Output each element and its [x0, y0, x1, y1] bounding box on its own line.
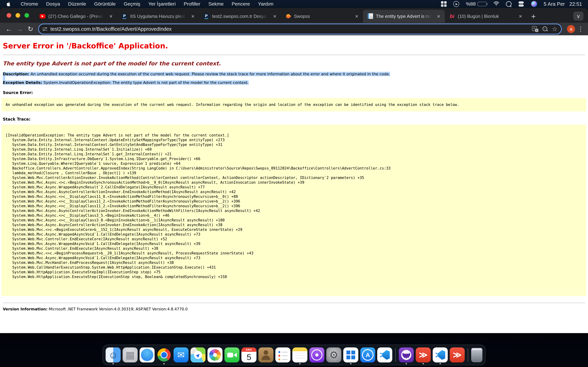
- error-subtitle: The entity type Advert is not part of th…: [3, 60, 585, 67]
- forward-button[interactable]: →: [15, 24, 25, 34]
- close-tab-icon[interactable]: ×: [354, 13, 360, 19]
- error-page: Server Error in '/Backoffice' Applicatio…: [0, 35, 588, 333]
- facetime-icon[interactable]: [225, 347, 240, 362]
- safari-icon[interactable]: [140, 347, 155, 362]
- close-window-button[interactable]: [7, 13, 11, 18]
- maximize-window-button[interactable]: [25, 13, 29, 18]
- omnibox[interactable]: test2.swopss.com.tr/Backoffice/Advert/Ap…: [38, 24, 562, 34]
- chrome-menu-icon[interactable]: ⋮: [577, 25, 584, 33]
- back-button[interactable]: ←: [4, 24, 14, 34]
- remote-desktop-icon[interactable]: [343, 347, 358, 362]
- spotlight-search-icon[interactable]: [506, 1, 511, 7]
- minimize-window-button[interactable]: [16, 13, 20, 18]
- version-info: Version Information: Microsoft .NET Fram…: [3, 307, 585, 311]
- dock-separator[interactable]: [395, 348, 396, 362]
- tab-plesk-files[interactable]: test2.swopss.com.tr Dosya Y ×: [199, 10, 281, 23]
- menu-item[interactable]: Pencere: [232, 1, 250, 7]
- close-tab-icon[interactable]: ×: [435, 13, 442, 19]
- stack-trace-line: System.Web.Mvc.Async.WrappedAsyncVoid`1.…: [6, 232, 583, 237]
- url-input[interactable]: test2.swopss.com.tr/Backoffice/Advert/Ap…: [50, 26, 529, 32]
- menu-item[interactable]: Yardım: [258, 1, 273, 7]
- stack-trace-line: System.Web.Mvc.<>c.<BeginProcessRequest>…: [6, 251, 583, 256]
- siri-icon[interactable]: [531, 1, 537, 7]
- podcasts-icon[interactable]: [309, 347, 324, 362]
- tab-plesk-iis[interactable]: IIS Uygulama Havuzu plesk(d ×: [117, 10, 199, 23]
- control-center-icon[interactable]: [518, 1, 525, 7]
- tab-search-button[interactable]: ∨: [573, 12, 583, 21]
- macos-menu-bar: ChromeDosyaDüzenleGörüntüleGeçmişYer İşa…: [0, 0, 588, 8]
- stack-trace-line: System.Web.Mvc.Async.WrappedAsyncResult`…: [6, 185, 583, 190]
- app-store-icon[interactable]: A: [360, 347, 375, 362]
- stack-trace-line: System.Web.Mvc.Async.<>c__DisplayClass11…: [6, 204, 583, 209]
- close-tab-icon[interactable]: ×: [108, 13, 114, 19]
- youtube-icon: [40, 14, 45, 18]
- trash-icon[interactable]: [471, 348, 483, 362]
- translate-icon[interactable]: [532, 26, 538, 32]
- menu-item[interactable]: Geçmiş: [124, 1, 140, 7]
- profile-avatar[interactable]: a: [567, 25, 575, 33]
- system-settings-icon[interactable]: ⚙: [326, 347, 341, 362]
- new-tab-button[interactable]: +: [528, 12, 538, 21]
- tab-title: (27) Cheo Gallego - (Preview: [48, 14, 105, 19]
- parallels-client-icon[interactable]: ≫: [416, 347, 431, 362]
- close-tab-icon[interactable]: ×: [517, 13, 524, 19]
- playback-menubar-icon[interactable]: ▶: [453, 1, 459, 7]
- plesk-icon: [203, 13, 209, 19]
- menu-item[interactable]: Profiller: [184, 1, 200, 7]
- notes-icon[interactable]: [293, 347, 307, 362]
- reminders-icon[interactable]: [276, 347, 291, 362]
- close-tab-icon[interactable]: ×: [190, 13, 196, 19]
- calendar-icon[interactable]: ARA 5: [242, 347, 257, 362]
- vscode-icon[interactable]: [377, 347, 392, 362]
- stack-trace-line: System.Data.Entity.Internal.Linq.Interna…: [6, 147, 583, 152]
- parallels-client-icon[interactable]: ≫: [450, 347, 465, 362]
- stack-trace-line: System.Web.Mvc.Async.<>c__DisplayClass3_…: [6, 213, 583, 218]
- apple-menu-icon[interactable]: [6, 1, 12, 7]
- stack-trace-line: System.Data.Entity.Infrastructure.DbQuer…: [6, 157, 583, 161]
- stack-trace-line: System.Web.Mvc.<>c.<BeginExecuteCore>b__…: [6, 227, 583, 232]
- tab-youtube[interactable]: (27) Cheo Gallego - (Preview ×: [35, 10, 117, 23]
- stack-trace-line: System.Web.CallHandlerExecutionStep.Syst…: [6, 265, 583, 270]
- desktop: ChromeDosyaDüzenleGörüntüleGeçmişYer İşa…: [0, 0, 588, 367]
- menu-item[interactable]: Chrome: [21, 1, 38, 7]
- bookmark-star-icon[interactable]: ☆: [552, 25, 558, 33]
- zoom-out-icon[interactable]: [543, 26, 548, 32]
- maps-icon[interactable]: ▶: [190, 347, 206, 362]
- tab-swopss[interactable]: Swopss ×: [281, 10, 363, 23]
- photos-icon[interactable]: [208, 347, 223, 362]
- grid-menubar-icon[interactable]: [441, 1, 447, 7]
- stack-trace-line: System.Web.Mvc.Controller.EndExecuteCore…: [6, 237, 583, 242]
- menu-item[interactable]: Dosya: [46, 1, 60, 7]
- stack-trace-line: System.Web.Mvc.Async.<>c__DisplayClass3_…: [6, 218, 583, 223]
- reload-button[interactable]: ↻: [26, 24, 35, 34]
- tab-error-page[interactable]: The entity type Advert is not ×: [363, 10, 445, 23]
- dock-separator[interactable]: [468, 348, 468, 362]
- github-desktop-icon[interactable]: [399, 347, 414, 362]
- menu-item[interactable]: Sekme: [208, 1, 224, 7]
- date-label: 5 Ara Per: [544, 1, 565, 7]
- launchpad-icon[interactable]: ▦: [123, 347, 138, 362]
- menu-item[interactable]: Düzenle: [68, 1, 86, 7]
- site-settings-icon[interactable]: [42, 26, 47, 32]
- tabs: (27) Cheo Gallego - (Preview × IIS Uygul…: [35, 8, 527, 23]
- battery-percent-label: %88: [466, 1, 476, 7]
- vscode-icon[interactable]: [433, 347, 448, 362]
- stack-trace-line: System.Data.Entity.Internal.Linq.Interna…: [6, 152, 583, 157]
- contacts-icon[interactable]: [259, 347, 274, 362]
- menu-item[interactable]: Yer İşaretleri: [148, 1, 176, 7]
- running-indicator: [164, 363, 165, 364]
- chrome-icon[interactable]: [157, 347, 172, 362]
- finder-icon[interactable]: ☺: [106, 347, 121, 362]
- tab-title: IIS Uygulama Havuzu plesk(d: [130, 14, 187, 19]
- running-indicator: [440, 363, 441, 364]
- wifi-icon[interactable]: [493, 1, 499, 7]
- close-tab-icon[interactable]: ×: [272, 13, 278, 19]
- plesk-icon: [121, 13, 127, 19]
- selection-artifact: [3, 76, 5, 80]
- version-label: Version Information:: [3, 307, 47, 311]
- mail-icon[interactable]: ✉: [173, 347, 189, 362]
- menu-bar-clock[interactable]: 5 Ara Per 22:51: [544, 1, 582, 7]
- tab-bionluk[interactable]: (10) Bugün | Bionluk ×: [445, 10, 527, 23]
- menu-item[interactable]: Görüntüle: [94, 1, 116, 7]
- battery-status[interactable]: %88: [466, 1, 486, 7]
